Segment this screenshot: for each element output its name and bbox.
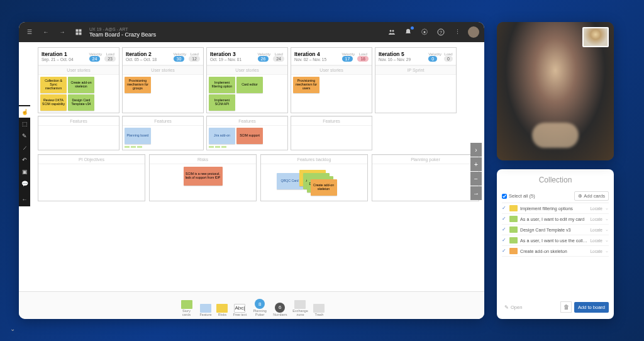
locate-button[interactable]: Locate bbox=[590, 249, 602, 254]
connector-tool-icon[interactable]: ⟋ bbox=[19, 142, 30, 154]
collapse-rail-icon[interactable]: ← bbox=[19, 194, 30, 205]
chevron-down-icon[interactable]: ⌄ bbox=[605, 216, 609, 221]
toolbox-item[interactable]: Risks bbox=[216, 304, 228, 317]
story-card[interactable]: Provisioning mechanism for groups bbox=[125, 77, 151, 93]
toolbox-item[interactable]: Abc|Free text bbox=[233, 304, 247, 317]
scroll-right-icon[interactable]: › bbox=[470, 143, 482, 157]
svg-rect-2 bbox=[76, 33, 79, 35]
checkbox-icon[interactable]: ✓ bbox=[502, 206, 507, 211]
forward-icon[interactable]: → bbox=[57, 26, 68, 38]
feature-card[interactable]: Planning board bbox=[125, 128, 151, 144]
add-to-board-button[interactable]: Add to board bbox=[574, 302, 609, 313]
panel-risks[interactable]: Risks SCIM is a new protocol, lack of su… bbox=[149, 154, 257, 201]
checkbox-icon[interactable]: ✓ bbox=[502, 216, 507, 221]
undo-icon[interactable]: ↶ bbox=[19, 154, 30, 165]
toolbox-item[interactable]: 6Numbers bbox=[273, 303, 287, 317]
collection-panel: Collection Select all (5) ⊕Add cards ✓ I… bbox=[497, 169, 614, 319]
locate-button[interactable]: Locate bbox=[590, 217, 602, 221]
menu-icon[interactable]: ☰ bbox=[24, 26, 35, 38]
toolbox-item[interactable]: Trash bbox=[313, 304, 325, 317]
app-header: ☰ ← → UX 19 - A@S - ART Team Board - Cra… bbox=[19, 22, 484, 42]
pointer-tool-icon[interactable]: ☝ bbox=[19, 106, 30, 118]
collection-item[interactable]: ✓ As a user, I want to use the collectio… bbox=[502, 235, 609, 246]
features-cell[interactable]: Features bbox=[291, 116, 372, 150]
pen-tool-icon[interactable]: ✎ bbox=[19, 130, 30, 142]
story-card[interactable]: Design Card Template v34 bbox=[68, 94, 94, 111]
video-call-tile[interactable] bbox=[497, 22, 614, 160]
chevron-down-icon[interactable]: ⌄ bbox=[605, 227, 609, 232]
more-icon[interactable]: ⋮ bbox=[452, 26, 463, 38]
story-card[interactable]: Collection & Sync mechanism bbox=[40, 77, 67, 93]
chevron-down-icon[interactable]: ⌄ bbox=[605, 249, 609, 254]
card-swatch bbox=[509, 205, 518, 211]
risk-card[interactable]: SCIM is a new protocol, lack of support … bbox=[184, 167, 223, 186]
back-icon[interactable]: ← bbox=[40, 26, 52, 38]
camera-tool-icon[interactable]: ▣ bbox=[19, 166, 30, 177]
panel-planning-poker[interactable]: Planning poker bbox=[372, 154, 479, 201]
features-cell[interactable]: Features bbox=[38, 116, 119, 150]
iteration-column[interactable]: Iteration 3 Oct. 19 – Nov. 01 Velocity26… bbox=[206, 47, 288, 113]
delete-button[interactable]: 🗑 bbox=[560, 301, 572, 313]
features-cell[interactable]: FeaturesPlanning board bbox=[122, 116, 204, 150]
comment-tool-icon[interactable]: 💬 bbox=[19, 178, 30, 189]
panel-pi-objectives[interactable]: PI Objectives bbox=[38, 154, 145, 201]
story-card[interactable]: Review OKTA SCIM capability bbox=[40, 94, 67, 111]
open-button[interactable]: ✎Open bbox=[502, 302, 558, 313]
story-card[interactable]: Create add-on skeleton bbox=[68, 77, 94, 93]
video-participant-self[interactable] bbox=[582, 27, 609, 47]
pan-right-icon[interactable]: → bbox=[470, 186, 482, 200]
zoom-in-icon[interactable]: + bbox=[470, 157, 482, 171]
backlog-card[interactable]: Create add-on skeleton bbox=[311, 179, 337, 196]
gear-icon[interactable] bbox=[419, 26, 430, 38]
chevron-down-icon[interactable]: ⌄ bbox=[605, 238, 609, 243]
bottom-panels: PI Objectives Risks SCIM is a new protoc… bbox=[38, 154, 479, 201]
iteration-column[interactable]: Iteration 1 Sep. 21 – Oct. 04 Velocity24… bbox=[38, 47, 119, 113]
breadcrumb: UX 19 - A@S - ART Team Board - Crazy Bea… bbox=[89, 27, 156, 38]
people-icon[interactable] bbox=[386, 26, 397, 38]
features-cell[interactable]: FeaturesJira add-onSCIM support bbox=[206, 116, 288, 150]
card-swatch bbox=[509, 216, 518, 222]
features-cell[interactable] bbox=[375, 116, 457, 150]
team-board-window: ☰ ← → UX 19 - A@S - ART Team Board - Cra… bbox=[19, 22, 484, 319]
locate-button[interactable]: Locate bbox=[590, 238, 602, 243]
svg-point-5 bbox=[392, 30, 394, 32]
select-all-checkbox[interactable]: Select all (5) bbox=[502, 193, 535, 199]
tool-rail: ☝ ⬚ ✎ ⟋ ↶ ▣ 💬 ← bbox=[19, 105, 30, 206]
iteration-columns: Iteration 1 Sep. 21 – Oct. 04 Velocity24… bbox=[38, 47, 479, 113]
locate-button[interactable]: Locate bbox=[590, 206, 602, 211]
iteration-column[interactable]: Iteration 4 Nov. 02 – Nov. 15 Velocity17… bbox=[291, 47, 372, 113]
story-card[interactable]: Implement filtering option bbox=[209, 77, 235, 93]
help-icon[interactable]: ? bbox=[435, 26, 447, 38]
panel-features-backlog[interactable]: Features backlog QRQC CardImplement…As a… bbox=[260, 154, 368, 201]
collection-item[interactable]: ✓ As a user, I want to edit my card Loca… bbox=[502, 214, 609, 225]
zoom-out-icon[interactable]: − bbox=[470, 172, 482, 186]
chevron-down-icon[interactable]: ⌄ bbox=[605, 206, 609, 211]
toolbox-bar: ⌄ Story cardsFeatureRisksAbc|Free text8P… bbox=[19, 291, 484, 319]
story-card[interactable]: Provisioning mechanism for users bbox=[293, 77, 319, 93]
add-cards-button[interactable]: ⊕Add cards bbox=[574, 191, 609, 201]
collection-item-name: Implement filtering options bbox=[520, 206, 587, 211]
board-icon[interactable] bbox=[73, 26, 84, 38]
story-card[interactable]: Card editor bbox=[236, 77, 263, 93]
toolbox-item[interactable]: Exchange zone bbox=[292, 300, 308, 316]
locate-button[interactable]: Locate bbox=[590, 228, 602, 232]
checkbox-icon[interactable]: ✓ bbox=[502, 249, 507, 254]
iteration-column[interactable]: Iteration 2 Oct. 05 – Oct. 18 Velocity30… bbox=[122, 47, 204, 113]
select-tool-icon[interactable]: ⬚ bbox=[19, 118, 30, 130]
collection-item[interactable]: ✓ Implement filtering options Locate ⌄ bbox=[502, 203, 609, 214]
feature-card[interactable]: SCIM support bbox=[236, 128, 263, 144]
toolbox-item[interactable]: Story cards bbox=[179, 300, 195, 316]
board-canvas[interactable]: Iteration 1 Sep. 21 – Oct. 04 Velocity24… bbox=[19, 42, 484, 291]
iteration-column[interactable]: Iteration 5 Nov. 16 – Nov. 29 Velocity0 … bbox=[375, 47, 457, 113]
checkbox-icon[interactable]: ✓ bbox=[502, 227, 507, 232]
story-card[interactable]: Implement SCIM API bbox=[209, 94, 235, 111]
toolbox-item[interactable]: 8Planning Poker bbox=[252, 299, 268, 316]
checkbox-icon[interactable]: ✓ bbox=[502, 238, 507, 243]
avatar[interactable] bbox=[468, 26, 479, 38]
toolbox-item[interactable]: Feature bbox=[200, 304, 212, 317]
collection-item[interactable]: ✓ Create add-on skeleton Locate ⌄ bbox=[502, 246, 609, 257]
collection-title: Collection bbox=[502, 176, 609, 184]
notifications-icon[interactable] bbox=[402, 26, 414, 38]
feature-card[interactable]: Jira add-on bbox=[209, 128, 235, 144]
collection-item[interactable]: ✓ Design Card Template v3 Locate ⌄ bbox=[502, 225, 609, 235]
